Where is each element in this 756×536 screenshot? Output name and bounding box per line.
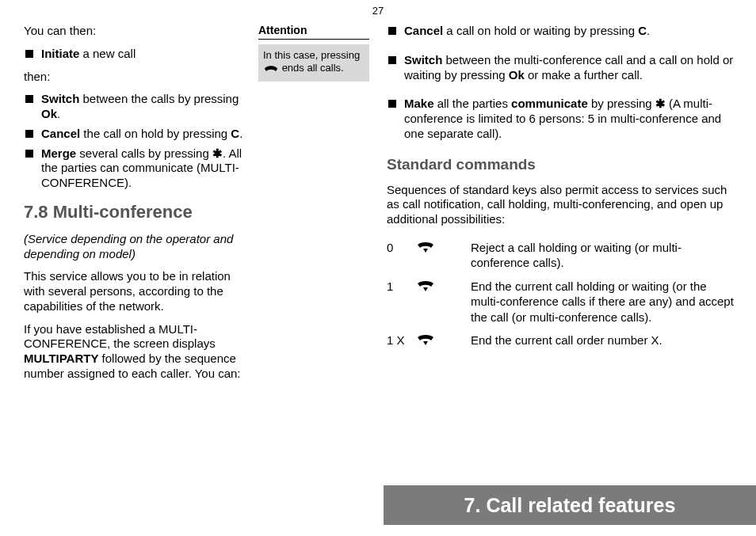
handset-down-icon xyxy=(415,240,471,271)
bold-word: Cancel xyxy=(404,24,443,37)
text: In this case, pressing xyxy=(263,49,360,61)
command-key: 1 X xyxy=(387,333,415,351)
command-row: 0 Reject a call holding or waiting (or m… xyxy=(387,240,735,271)
text: ends all calls. xyxy=(282,62,344,74)
bold-word: communicate xyxy=(511,97,588,110)
attention-box: In this case, pressing ends all calls. xyxy=(258,44,369,82)
page-number: 27 xyxy=(372,5,384,17)
text: . xyxy=(647,24,650,37)
list-item: Make all the parties communicate by pres… xyxy=(387,97,735,141)
bullet-list: Switch between the calls by pressing Ok.… xyxy=(24,92,246,191)
attention-column: Attention In this case, pressing ends al… xyxy=(258,24,369,82)
bold-word: Cancel xyxy=(41,127,80,140)
star-symbol: ✱ xyxy=(212,146,223,160)
column-right: Cancel a call on hold or waiting by pres… xyxy=(387,24,735,359)
bold-word: Switch xyxy=(404,53,442,67)
subsection-heading: Standard commands xyxy=(387,156,735,173)
handset-icon xyxy=(263,63,279,75)
bold-word: Merge xyxy=(41,146,76,160)
attention-heading: Attention xyxy=(258,24,369,40)
command-row: 1 End the current call holding or waitin… xyxy=(387,279,735,325)
column-left: You can then: Initiate a new call then: … xyxy=(24,24,246,390)
intro-text: You can then: xyxy=(24,24,246,39)
command-key: 1 xyxy=(387,279,415,325)
list-item: Cancel the call on hold by pressing C. xyxy=(24,127,246,142)
command-key: 0 xyxy=(387,240,415,271)
handset-down-icon xyxy=(415,279,471,325)
paragraph: If you have established a MULTI-CONFEREN… xyxy=(24,322,246,382)
key-label: C xyxy=(231,127,239,140)
chapter-title: 7. Call related features xyxy=(464,494,676,517)
text: all the parties xyxy=(434,97,512,110)
text: . xyxy=(57,107,60,120)
intro-text: then: xyxy=(24,70,246,85)
command-row: 1 X End the current call order number X. xyxy=(387,333,735,351)
text: If you have established a MULTI-CONFEREN… xyxy=(24,322,216,351)
list-item: Initiate a new call xyxy=(24,47,246,62)
text: several calls by pressing xyxy=(76,146,212,160)
text: . xyxy=(239,127,242,140)
bullet-list: Initiate a new call xyxy=(24,47,246,62)
bold-word: Initiate xyxy=(41,47,79,60)
command-table: 0 Reject a call holding or waiting (or m… xyxy=(387,240,735,351)
list-item: Cancel a call on hold or waiting by pres… xyxy=(387,24,735,39)
bold-word: Make xyxy=(404,97,434,110)
section-heading: 7.8 Multi-conference xyxy=(24,202,246,222)
service-note: (Service depending on the operator and d… xyxy=(24,232,246,262)
chapter-bar: 7. Call related features xyxy=(384,485,756,525)
list-item: Switch between the multi-conference call… xyxy=(387,53,735,83)
paragraph: This service allows you to be in relatio… xyxy=(24,269,246,314)
text: between the calls by pressing xyxy=(79,92,239,105)
bullet-list: Cancel a call on hold or waiting by pres… xyxy=(387,24,735,142)
text: a new call xyxy=(79,47,136,60)
command-description: End the current call holding or waiting … xyxy=(471,279,735,325)
command-description: Reject a call holding or waiting (or mul… xyxy=(471,240,735,271)
key-label: Ok xyxy=(41,107,57,120)
key-label: Ok xyxy=(509,68,525,82)
list-item: Switch between the calls by pressing Ok. xyxy=(24,92,246,122)
paragraph: Sequences of standard keys also permit a… xyxy=(387,183,735,227)
text: the call on hold by pressing xyxy=(80,127,231,140)
text: or make a further call. xyxy=(525,68,643,82)
star-symbol: ✱ xyxy=(655,97,666,110)
bold-word: Switch xyxy=(41,92,79,105)
bold-word: MULTIPARTY xyxy=(24,352,98,365)
text: a call on hold or waiting by pressing xyxy=(443,24,638,37)
key-label: C xyxy=(638,24,647,37)
command-description: End the current call order number X. xyxy=(471,333,735,351)
text: by pressing xyxy=(588,97,655,110)
list-item: Merge several calls by pressing ✱. All t… xyxy=(24,146,246,191)
handset-down-icon xyxy=(415,333,471,351)
